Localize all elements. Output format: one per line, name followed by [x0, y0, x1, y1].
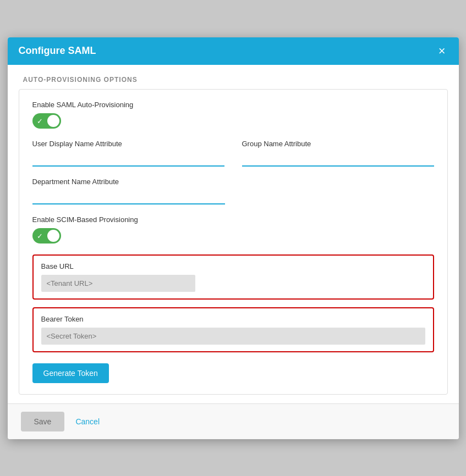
auto-provisioning-section-title: AUTO-PROVISIONING OPTIONS — [8, 65, 459, 89]
scim-toggle-slider — [32, 228, 61, 243]
modal-body: AUTO-PROVISIONING OPTIONS Enable SAML Au… — [8, 65, 459, 403]
bearer-token-input[interactable] — [41, 328, 425, 345]
save-button[interactable]: Save — [21, 412, 65, 431]
toggle-slider — [32, 113, 61, 129]
bearer-token-outlined-box: Bearer Token — [32, 307, 434, 352]
base-url-label: Base URL — [41, 262, 425, 270]
modal-title: Configure SAML — [19, 45, 96, 57]
group-name-label: Group Name Attribute — [242, 140, 434, 148]
group-name-input[interactable] — [242, 152, 434, 167]
configure-saml-modal: Configure SAML × AUTO-PROVISIONING OPTIO… — [8, 37, 459, 439]
bearer-token-label: Bearer Token — [41, 315, 425, 323]
enable-saml-toggle-wrapper: ✓ — [32, 113, 434, 129]
department-name-input[interactable] — [32, 190, 225, 204]
base-url-input[interactable] — [41, 275, 195, 292]
attribute-row-1: User Display Name Attribute Group Name A… — [32, 140, 434, 178]
generate-token-button[interactable]: Generate Token — [32, 363, 109, 383]
group-name-group: Group Name Attribute — [242, 140, 434, 167]
base-url-outlined-box: Base URL — [32, 254, 434, 300]
modal-close-button[interactable]: × — [436, 45, 448, 57]
user-display-name-group: User Display Name Attribute — [32, 140, 224, 167]
enable-scim-toggle-wrapper: ✓ — [32, 228, 434, 243]
user-display-name-input[interactable] — [32, 152, 224, 167]
department-name-label: Department Name Attribute — [32, 178, 434, 186]
user-display-name-label: User Display Name Attribute — [32, 140, 224, 148]
enable-scim-label: Enable SCIM-Based Provisioning — [32, 215, 434, 224]
enable-saml-label: Enable SAML Auto-Provisioning — [32, 101, 434, 109]
modal-header: Configure SAML × — [8, 37, 459, 65]
auto-provisioning-card: Enable SAML Auto-Provisioning ✓ User Dis… — [19, 89, 448, 395]
modal-footer: Save Cancel — [8, 403, 459, 439]
enable-scim-toggle[interactable]: ✓ — [32, 228, 61, 243]
cancel-button[interactable]: Cancel — [75, 417, 100, 426]
department-name-group: Department Name Attribute — [32, 178, 434, 204]
enable-saml-toggle[interactable]: ✓ — [32, 113, 61, 129]
